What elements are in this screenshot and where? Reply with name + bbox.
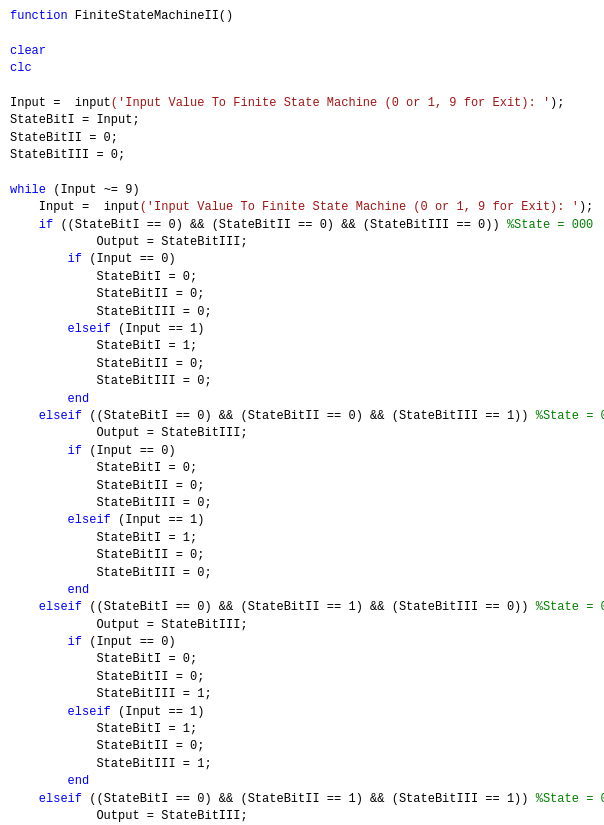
code-token-normal bbox=[10, 774, 68, 788]
code-line: end bbox=[10, 391, 594, 408]
code-token-normal bbox=[10, 583, 68, 597]
code-line: StateBitII = 0; bbox=[10, 738, 594, 755]
code-token-normal bbox=[10, 322, 68, 336]
code-line: StateBitIII = 0; bbox=[10, 373, 594, 390]
code-token-normal: StateBitII = 0; bbox=[10, 131, 118, 145]
code-token-keyword: clc bbox=[10, 61, 32, 75]
code-token-normal: StateBitI = 1; bbox=[10, 339, 197, 353]
code-line: StateBitIII = 0; bbox=[10, 304, 594, 321]
code-token-normal: ); bbox=[579, 200, 593, 214]
code-token-normal: Output = StateBitIII; bbox=[10, 809, 248, 823]
code-line: if ((StateBitI == 0) && (StateBitII == 0… bbox=[10, 217, 594, 234]
code-token-keyword: if bbox=[68, 635, 82, 649]
code-line: StateBitIII = 0; bbox=[10, 565, 594, 582]
code-token-normal: (Input == 0) bbox=[82, 252, 176, 266]
code-token-normal: StateBitIII = 0; bbox=[10, 374, 212, 388]
code-token-normal bbox=[10, 252, 68, 266]
code-token-normal: Input = bbox=[10, 200, 104, 214]
code-token-normal: StateBitIII = 0; bbox=[10, 496, 212, 510]
code-line: if (Input == 0) bbox=[10, 443, 594, 460]
code-token-keyword: elseif bbox=[68, 322, 111, 336]
code-token-normal: (Input == 0) bbox=[82, 635, 176, 649]
code-token-normal: Input = bbox=[10, 96, 75, 110]
code-line: if (Input == 0) bbox=[10, 251, 594, 268]
code-line: StateBitI = 1; bbox=[10, 721, 594, 738]
code-token-normal: StateBitI = 0; bbox=[10, 270, 197, 284]
code-token-string: ('Input Value To Finite State Machine (0… bbox=[140, 200, 579, 214]
code-token-string: ('Input Value To Finite State Machine (0… bbox=[111, 96, 550, 110]
code-token-normal bbox=[10, 600, 39, 614]
code-token-normal bbox=[10, 792, 39, 806]
code-token-normal: (Input == 0) bbox=[82, 444, 176, 458]
code-token-normal: StateBitII = 0; bbox=[10, 548, 204, 562]
code-line: elseif (Input == 1) bbox=[10, 512, 594, 529]
code-token-normal: StateBitI = 1; bbox=[10, 722, 197, 736]
code-line: StateBitI = 1; bbox=[10, 338, 594, 355]
code-line: StateBitII = 0; bbox=[10, 130, 594, 147]
code-token-normal bbox=[10, 392, 68, 406]
code-token-normal: StateBitII = 0; bbox=[10, 479, 204, 493]
code-line: elseif (Input == 1) bbox=[10, 321, 594, 338]
code-token-normal: StateBitII = 0; bbox=[10, 287, 204, 301]
code-token-normal bbox=[10, 218, 39, 232]
code-token-keyword: elseif bbox=[39, 792, 82, 806]
code-line: clc bbox=[10, 60, 594, 77]
code-token-normal: input bbox=[75, 96, 111, 110]
code-token-normal: Output = StateBitIII; bbox=[10, 426, 248, 440]
code-token-normal bbox=[10, 513, 68, 527]
code-line: Output = StateBitIII; bbox=[10, 234, 594, 251]
code-line: elseif ((StateBitI == 0) && (StateBitII … bbox=[10, 408, 594, 425]
code-line: StateBitII = 0; bbox=[10, 286, 594, 303]
code-token-keyword: end bbox=[68, 583, 90, 597]
code-token-normal: Output = StateBitIII; bbox=[10, 235, 248, 249]
code-line: function FiniteStateMachineII() bbox=[10, 8, 594, 25]
code-token-comment: %State = 010 bbox=[536, 600, 604, 614]
code-line: elseif (Input == 1) bbox=[10, 704, 594, 721]
code-token-keyword: elseif bbox=[39, 600, 82, 614]
code-line: Input = input('Input Value To Finite Sta… bbox=[10, 199, 594, 216]
code-line: while (Input ~= 9) bbox=[10, 182, 594, 199]
code-line: end bbox=[10, 773, 594, 790]
code-token-normal: (Input == 1) bbox=[111, 513, 205, 527]
code-token-normal bbox=[10, 635, 68, 649]
code-line: StateBitII = 0; bbox=[10, 356, 594, 373]
code-token-normal: Output = StateBitIII; bbox=[10, 618, 248, 632]
code-editor: function FiniteStateMachineII() clearclc… bbox=[0, 0, 604, 825]
code-line: if (Input == 0) bbox=[10, 634, 594, 651]
code-line: StateBitII = 0; bbox=[10, 478, 594, 495]
code-token-keyword: end bbox=[68, 774, 90, 788]
code-line: StateBitI = 0; bbox=[10, 269, 594, 286]
code-token-keyword: function bbox=[10, 9, 75, 23]
code-token-normal bbox=[10, 409, 39, 423]
code-line: StateBitIII = 1; bbox=[10, 686, 594, 703]
code-token-keyword: elseif bbox=[39, 409, 82, 423]
code-token-normal: StateBitIII = 0; bbox=[10, 305, 212, 319]
code-line: end bbox=[10, 582, 594, 599]
code-token-normal: StateBitIII = 1; bbox=[10, 687, 212, 701]
code-line: StateBitI = 0; bbox=[10, 651, 594, 668]
code-token-keyword: if bbox=[68, 444, 82, 458]
code-token-comment: %State = 011 bbox=[536, 792, 604, 806]
code-line: elseif ((StateBitI == 0) && (StateBitII … bbox=[10, 791, 594, 808]
code-token-keyword: elseif bbox=[68, 705, 111, 719]
code-token-normal: StateBitIII = 1; bbox=[10, 757, 212, 771]
code-token-normal: ((StateBitI == 0) && (StateBitII == 1) &… bbox=[82, 792, 536, 806]
code-token-normal: StateBitI = Input; bbox=[10, 113, 140, 127]
code-line bbox=[10, 165, 594, 182]
code-token-normal: StateBitI = 0; bbox=[10, 652, 197, 666]
code-token-keyword: end bbox=[68, 392, 90, 406]
code-token-keyword: while bbox=[10, 183, 46, 197]
code-token-normal: (Input ~= 9) bbox=[46, 183, 140, 197]
code-line: StateBitII = 0; bbox=[10, 669, 594, 686]
code-token-normal: (Input == 1) bbox=[111, 705, 205, 719]
code-token-comment: %State = 000 bbox=[507, 218, 593, 232]
code-token-normal: StateBitII = 0; bbox=[10, 739, 204, 753]
code-line: Output = StateBitIII; bbox=[10, 808, 594, 825]
code-token-normal: FiniteStateMachineII() bbox=[75, 9, 233, 23]
code-token-normal: StateBitI = 0; bbox=[10, 461, 197, 475]
code-line: StateBitIII = 0; bbox=[10, 147, 594, 164]
code-line: StateBitI = Input; bbox=[10, 112, 594, 129]
code-token-keyword: if bbox=[39, 218, 53, 232]
code-line: StateBitII = 0; bbox=[10, 547, 594, 564]
code-line: Output = StateBitIII; bbox=[10, 425, 594, 442]
